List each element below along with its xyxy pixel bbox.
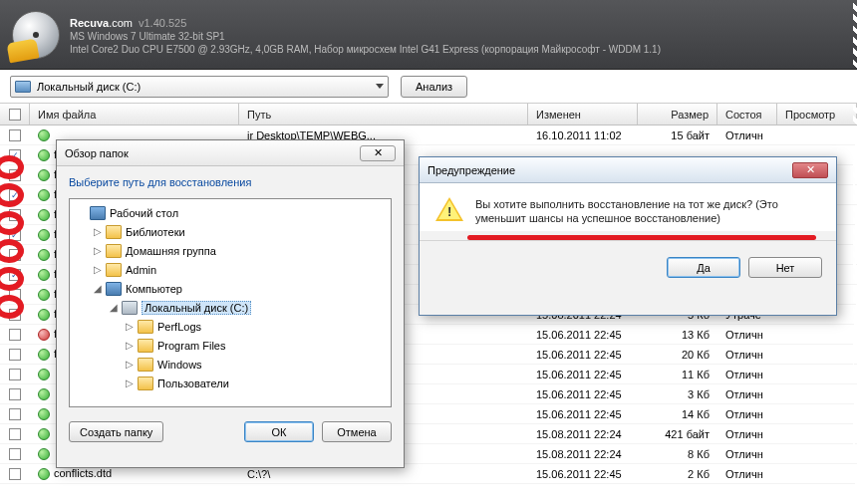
warning-text: Вы хотите выполнить восстановление на то…	[475, 197, 820, 225]
tree-twisty-icon[interactable]: ▷	[124, 359, 136, 371]
checkbox-all[interactable]	[9, 109, 21, 121]
app-logo	[12, 11, 60, 59]
no-button[interactable]: Нет	[748, 257, 822, 278]
row-checkbox[interactable]	[9, 468, 21, 480]
tree-twisty-icon[interactable]: ◢	[108, 302, 120, 314]
cancel-button[interactable]: Отмена	[322, 421, 392, 442]
os-info: MS Windows 7 Ultimate 32-bit SP1	[70, 30, 661, 43]
col-preview[interactable]: Просмотр	[777, 104, 857, 125]
col-modified[interactable]: Изменен	[528, 104, 638, 125]
tree-node-label: PerfLogs	[157, 321, 201, 333]
dialog-subtitle: Выберите путь для восстановления	[57, 166, 404, 194]
tree-node[interactable]: ▷Домашняя группа	[72, 241, 389, 260]
warning-title: Предупреждение	[428, 164, 515, 176]
status-dot-icon	[38, 149, 50, 161]
drive-select[interactable]: Локальный диск (C:)	[10, 76, 389, 98]
col-state[interactable]: Состоя	[717, 104, 777, 125]
row-checkbox[interactable]	[9, 408, 21, 420]
cell-modified: 15.06.2011 22:45	[528, 408, 638, 420]
cell-state: Отличн	[717, 428, 777, 440]
red-annotation	[0, 155, 38, 323]
warning-titlebar[interactable]: Предупреждение ✕	[420, 157, 836, 183]
cell-name: conflicts.dtd	[30, 467, 239, 480]
row-checkbox[interactable]	[9, 388, 21, 400]
ok-button[interactable]: ОК	[244, 421, 314, 442]
cell-modified: 15.08.2011 22:24	[528, 448, 638, 460]
tree-node[interactable]: ▷Пользователи	[72, 374, 389, 392]
cell-size: 15 байт	[638, 129, 717, 141]
cell-modified: 15.06.2011 22:45	[528, 468, 638, 480]
folder-tree[interactable]: Рабочий стол▷Библиотеки▷Домашняя группа▷…	[69, 198, 392, 407]
drive-icon	[122, 301, 138, 315]
cell-modified: 15.06.2011 22:45	[528, 329, 638, 341]
folder-icon	[106, 225, 122, 239]
row-checkbox[interactable]	[9, 349, 21, 361]
tree-twisty-icon[interactable]: ◢	[92, 283, 104, 295]
cell-state: Отличн	[717, 408, 777, 420]
status-dot-icon	[38, 249, 50, 261]
col-name[interactable]: Имя файла	[30, 104, 239, 125]
browse-folder-dialog: Обзор папок ✕ Выберите путь для восстано…	[56, 139, 405, 468]
tree-twisty-icon[interactable]: ▷	[92, 245, 104, 257]
cell-modified: 16.10.2011 11:02	[528, 129, 638, 141]
cell-size: 20 Кб	[638, 349, 717, 361]
tree-node[interactable]: ▷Program Files	[72, 336, 389, 355]
close-button[interactable]: ✕	[792, 162, 828, 178]
tree-node[interactable]: ▷Библиотеки	[72, 222, 389, 241]
cell-size: 14 Кб	[638, 408, 717, 420]
folder-icon	[106, 263, 122, 277]
status-dot-icon	[38, 329, 50, 341]
app-header: Recuva.comv1.40.525 MS Windows 7 Ultimat…	[0, 0, 857, 70]
tree-node-label: Admin	[126, 264, 156, 276]
tree-node[interactable]: ▷PerfLogs	[72, 317, 389, 336]
status-dot-icon	[38, 388, 50, 400]
col-check[interactable]	[0, 104, 30, 125]
cell-modified: 15.06.2011 22:45	[528, 369, 638, 380]
cell-modified: 15.06.2011 22:45	[528, 349, 638, 361]
col-path[interactable]: Путь	[239, 104, 528, 125]
close-button[interactable]: ✕	[360, 145, 396, 161]
row-checkbox[interactable]	[9, 129, 21, 141]
yes-button[interactable]: Да	[667, 257, 740, 278]
tree-node[interactable]: ▷Windows	[72, 355, 389, 374]
tree-node[interactable]: ▷Admin	[72, 260, 389, 279]
cell-size: 421 байт	[638, 428, 717, 440]
tree-node[interactable]: Рабочий стол	[72, 203, 389, 222]
analyze-button[interactable]: Анализ	[401, 76, 467, 98]
tree-twisty-icon[interactable]: ▷	[92, 226, 104, 238]
status-dot-icon	[38, 468, 50, 480]
tree-twisty-icon[interactable]: ▷	[124, 340, 136, 352]
desktop-icon	[90, 206, 106, 220]
tree-node-label: Program Files	[157, 340, 225, 352]
row-checkbox[interactable]	[9, 428, 21, 440]
tree-node-label: Домашняя группа	[126, 245, 216, 257]
col-size[interactable]: Размер	[638, 104, 717, 125]
cell-modified: 15.08.2011 22:24	[528, 428, 638, 440]
row-checkbox[interactable]	[9, 329, 21, 341]
cell-state: Отличн	[717, 349, 777, 361]
dialog-title: Обзор папок	[65, 147, 129, 159]
row-checkbox[interactable]	[9, 369, 21, 380]
tree-node[interactable]: ◢Компьютер	[72, 279, 389, 298]
tree-node[interactable]: ◢Локальный диск (C:)	[72, 298, 389, 317]
cell-state: Отличн	[717, 369, 777, 380]
tree-twisty-icon[interactable]: ▷	[124, 321, 136, 333]
status-dot-icon	[38, 229, 50, 241]
status-dot-icon	[38, 169, 50, 181]
status-dot-icon	[38, 369, 50, 380]
tree-twisty-icon[interactable]	[76, 207, 88, 219]
tree-twisty-icon[interactable]: ▷	[92, 264, 104, 276]
dialog-titlebar[interactable]: Обзор папок ✕	[57, 140, 404, 166]
cell-path: C:\?\	[239, 468, 528, 480]
row-checkbox[interactable]	[9, 448, 21, 460]
app-title: Recuva.comv1.40.525	[70, 13, 661, 30]
tree-node-label: Локальный диск (C:)	[142, 301, 251, 315]
new-folder-button[interactable]: Создать папку	[69, 421, 163, 442]
tree-twisty-icon[interactable]: ▷	[124, 378, 136, 389]
status-dot-icon	[38, 448, 50, 460]
cell-size: 11 Кб	[638, 369, 717, 380]
cell-state: Отличн	[717, 468, 777, 480]
status-dot-icon	[38, 269, 50, 281]
desktop-icon	[106, 282, 122, 296]
drive-select-label: Локальный диск (C:)	[37, 81, 141, 93]
